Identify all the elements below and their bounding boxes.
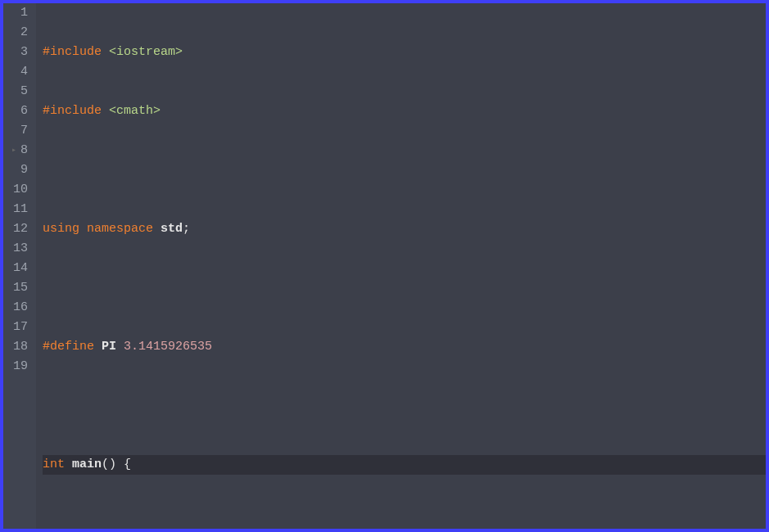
- directive-token: #include: [43, 104, 102, 118]
- code-line[interactable]: int main() {: [43, 455, 766, 475]
- code-line[interactable]: [43, 160, 766, 180]
- line-number: 18: [13, 337, 28, 357]
- code-line[interactable]: #include <iostream>: [43, 43, 766, 62]
- line-gutter: 1 2 3 4 5 6 7 8 9 10 11 12 13 14 15 16 1…: [3, 3, 36, 532]
- code-line[interactable]: [43, 396, 766, 416]
- line-number: 13: [13, 239, 28, 259]
- line-number: 19: [13, 357, 28, 376]
- code-line[interactable]: #define PI 3.1415926535: [43, 337, 766, 357]
- line-number: 17: [13, 318, 28, 337]
- code-line[interactable]: [43, 278, 766, 298]
- keyword-token: namespace: [87, 222, 153, 236]
- line-number: 12: [13, 219, 28, 239]
- line-number: 2: [13, 23, 28, 43]
- directive-token: #include: [43, 45, 102, 59]
- code-line[interactable]: using namespace std;: [43, 219, 766, 239]
- line-number: 10: [13, 180, 28, 200]
- ident-token: main: [72, 458, 102, 471]
- code-editor: 1 2 3 4 5 6 7 8 9 10 11 12 13 14 15 16 1…: [3, 3, 766, 532]
- line-number: 7: [13, 121, 28, 141]
- header-token: <cmath>: [109, 104, 161, 118]
- line-number: 4: [13, 62, 28, 82]
- type-token: int: [43, 458, 65, 471]
- keyword-token: using: [43, 222, 79, 236]
- line-number: 1: [13, 3, 28, 23]
- line-number: 5: [13, 82, 28, 101]
- line-number: 14: [13, 259, 28, 278]
- line-number: 9: [13, 160, 28, 180]
- code-line[interactable]: [43, 514, 766, 532]
- line-number: 8: [13, 141, 28, 160]
- line-number: 6: [13, 101, 28, 121]
- directive-token: #define: [43, 340, 94, 354]
- code-area[interactable]: #include <iostream> #include <cmath> usi…: [36, 3, 766, 532]
- line-number: 15: [13, 278, 28, 298]
- code-line[interactable]: #include <cmath>: [43, 101, 766, 121]
- line-number: 16: [13, 298, 28, 318]
- ident-token: std: [161, 222, 183, 236]
- ident-token: PI: [102, 340, 116, 354]
- line-number: 11: [13, 200, 28, 219]
- number-token: 3.1415926535: [124, 340, 212, 354]
- header-token: <iostream>: [109, 45, 183, 59]
- line-number: 3: [13, 43, 28, 62]
